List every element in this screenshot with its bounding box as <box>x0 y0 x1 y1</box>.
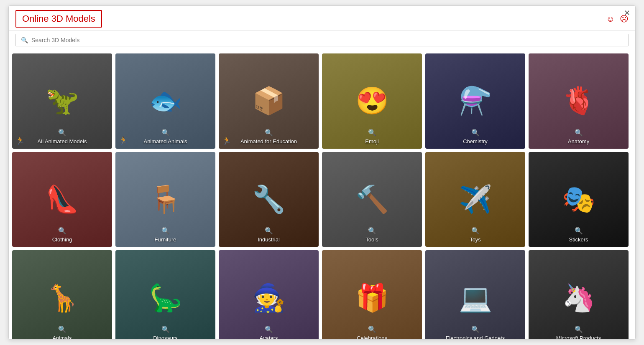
happy-icon[interactable]: ☺ <box>606 14 615 24</box>
card-microsoft[interactable]: 🦄🔍Microsoft Products <box>529 250 629 339</box>
card-celebrations-label: Celebrations <box>326 335 418 339</box>
card-all-animated[interactable]: 🦖🔍All Animated Models🏃 <box>12 53 112 149</box>
content-area: 🦖🔍All Animated Models🏃🐟🔍Animated Animals… <box>9 50 635 339</box>
card-stickers-search-icon: 🔍 <box>533 227 624 235</box>
card-animated-animals-anim-icon: 🏃 <box>119 136 128 145</box>
card-avatars-label: Avatars <box>223 335 314 339</box>
card-animals-label: Animals <box>16 335 108 339</box>
card-industrial-overlay: 🔍Industrial <box>219 223 319 247</box>
card-furniture-search-icon: 🔍 <box>120 227 211 235</box>
card-celebrations-search-icon: 🔍 <box>326 325 418 333</box>
card-animals[interactable]: 🦒🔍Animals <box>12 250 112 339</box>
title-bar: Online 3D Models ☺ ☹ <box>9 6 635 30</box>
card-electronics-overlay: 🔍Electronics and Gadgets <box>425 322 525 339</box>
card-microsoft-search-icon: 🔍 <box>533 325 624 333</box>
card-tools-search-icon: 🔍 <box>326 227 418 235</box>
card-celebrations-overlay: 🔍Celebrations <box>322 322 422 339</box>
card-animated-animals-search-icon: 🔍 <box>120 129 211 137</box>
card-avatars[interactable]: 🧙🔍Avatars <box>219 250 319 339</box>
card-celebrations[interactable]: 🎁🔍Celebrations <box>322 250 422 339</box>
card-anatomy-search-icon: 🔍 <box>533 129 624 137</box>
card-industrial-search-icon: 🔍 <box>223 227 314 235</box>
card-animated-education-anim-icon: 🏃 <box>222 136 231 145</box>
card-animated-animals-overlay: 🔍Animated Animals <box>115 125 215 149</box>
search-bar: 🔍 <box>9 30 635 50</box>
card-toys-search-icon: 🔍 <box>429 227 521 235</box>
card-animals-search-icon: 🔍 <box>16 325 108 333</box>
title-box: Online 3D Models <box>15 10 102 28</box>
card-chemistry-label: Chemistry <box>429 138 521 145</box>
card-anatomy[interactable]: 🫀🔍Anatomy <box>529 53 629 149</box>
card-dinosaurs-overlay: 🔍Dinosaurs <box>115 322 215 339</box>
card-stickers[interactable]: 🎭🔍Stickers <box>529 152 629 247</box>
card-tools-overlay: 🔍Tools <box>322 223 422 247</box>
card-stickers-label: Stickers <box>533 236 624 243</box>
search-input[interactable] <box>31 37 623 43</box>
card-all-animated-anim-icon: 🏃 <box>15 136 25 145</box>
card-animated-animals-label: Animated Animals <box>120 138 211 145</box>
card-dinosaurs[interactable]: 🦕🔍Dinosaurs <box>115 250 215 339</box>
card-tools-label: Tools <box>326 236 418 243</box>
card-animated-education-overlay: 🔍Animated for Education <box>219 125 319 149</box>
page-title: Online 3D Models <box>22 13 95 24</box>
card-industrial-label: Industrial <box>223 236 314 243</box>
card-stickers-overlay: 🔍Stickers <box>529 223 629 247</box>
card-chemistry-search-icon: 🔍 <box>429 129 521 137</box>
card-electronics-label: Electronics and Gadgets <box>429 335 521 339</box>
card-chemistry[interactable]: ⚗️🔍Chemistry <box>425 53 525 149</box>
search-icon: 🔍 <box>21 37 28 43</box>
card-animated-education-search-icon: 🔍 <box>223 129 314 137</box>
card-emoji-label: Emoji <box>326 138 418 145</box>
card-chemistry-overlay: 🔍Chemistry <box>425 125 525 149</box>
card-emoji-overlay: 🔍Emoji <box>322 125 422 149</box>
card-anatomy-overlay: 🔍Anatomy <box>529 125 629 149</box>
card-animals-overlay: 🔍Animals <box>12 322 112 339</box>
card-microsoft-overlay: 🔍Microsoft Products <box>529 322 629 339</box>
card-toys-label: Toys <box>429 236 521 243</box>
card-clothing[interactable]: 👠🔍Clothing <box>12 152 112 247</box>
card-clothing-overlay: 🔍Clothing <box>12 223 112 247</box>
card-microsoft-label: Microsoft Products <box>533 335 624 339</box>
card-toys-overlay: 🔍Toys <box>425 223 525 247</box>
card-all-animated-overlay: 🔍All Animated Models <box>12 125 112 149</box>
card-animated-education[interactable]: 📦🔍Animated for Education🏃 <box>219 53 319 149</box>
card-anatomy-label: Anatomy <box>533 138 624 145</box>
close-button[interactable]: ✕ <box>624 9 630 17</box>
card-avatars-overlay: 🔍Avatars <box>219 322 319 339</box>
card-furniture[interactable]: 🪑🔍Furniture <box>115 152 215 247</box>
card-tools[interactable]: 🔨🔍Tools <box>322 152 422 247</box>
card-furniture-label: Furniture <box>120 236 211 243</box>
card-clothing-search-icon: 🔍 <box>16 227 108 235</box>
main-window: ✕ Online 3D Models ☺ ☹ 🔍 🦖🔍All Animated … <box>8 5 636 340</box>
card-all-animated-label: All Animated Models <box>16 138 108 145</box>
search-input-wrap: 🔍 <box>15 34 629 46</box>
card-all-animated-search-icon: 🔍 <box>16 129 108 137</box>
card-toys[interactable]: ✈️🔍Toys <box>425 152 525 247</box>
card-clothing-label: Clothing <box>16 236 108 243</box>
categories-grid: 🦖🔍All Animated Models🏃🐟🔍Animated Animals… <box>12 53 629 339</box>
card-electronics[interactable]: 💻🔍Electronics and Gadgets <box>425 250 525 339</box>
card-dinosaurs-label: Dinosaurs <box>120 335 211 339</box>
card-furniture-overlay: 🔍Furniture <box>115 223 215 247</box>
card-animated-animals[interactable]: 🐟🔍Animated Animals🏃 <box>115 53 215 149</box>
card-dinosaurs-search-icon: 🔍 <box>120 325 211 333</box>
card-electronics-search-icon: 🔍 <box>429 325 521 333</box>
card-industrial[interactable]: 🔧🔍Industrial <box>219 152 319 247</box>
card-emoji-search-icon: 🔍 <box>326 129 418 137</box>
card-avatars-search-icon: 🔍 <box>223 325 314 333</box>
card-animated-education-label: Animated for Education <box>223 138 314 145</box>
card-emoji[interactable]: 😍🔍Emoji <box>322 53 422 149</box>
